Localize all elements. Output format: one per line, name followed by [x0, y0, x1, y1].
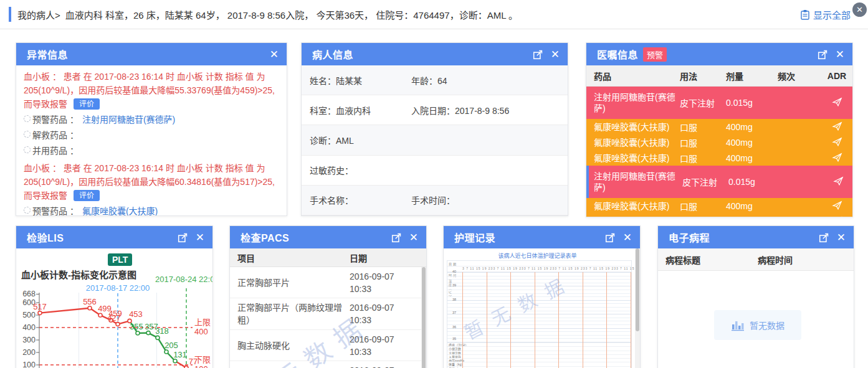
close-icon[interactable]: ✕: [196, 232, 204, 243]
top-bar: 我的病人> 血液内科 科室，26 床，陆某某 64岁， 2017-8-9 8:5…: [0, 0, 868, 29]
clipboard-icon: [800, 9, 810, 20]
order-row[interactable]: 注射用阿糖胞苷(赛德萨)皮下注射0.015g: [586, 87, 852, 119]
nursing-panel-body: 该病人近七日体温护理记录表单 日期 时间 3 7 11 15 19 233 7 …: [444, 248, 640, 368]
order-row[interactable]: 氟康唑胶囊(大扶康)口服400mg: [586, 119, 852, 134]
time-header-row: 时间 3 7 11 15 19 233 7 11 15 19 233 7 11 …: [447, 267, 631, 272]
expand-icon[interactable]: [818, 49, 828, 60]
order-row[interactable]: 注射用阿糖胞苷(赛德萨)皮下注射0.015g: [586, 166, 852, 198]
send-adr-icon[interactable]: [832, 152, 842, 163]
order-dose: 400mg: [726, 153, 778, 163]
patient-field: 姓名：陆某某: [310, 74, 362, 87]
page-close-button[interactable]: ✕: [852, 2, 867, 17]
nursing-bottom-rows: 呼吸（次/分） 小便次数 大便次数 入量毫升 血压mmHg 体重（kg） 身高（…: [447, 342, 631, 368]
svg-text:300: 300: [22, 336, 36, 344]
combined-drug-line: 并用药品 ：: [24, 142, 279, 158]
patient-row: 诊断：AML: [302, 125, 568, 155]
order-drug: 氟康唑胶囊(大扶康): [586, 120, 680, 134]
expand-icon[interactable]: [819, 232, 829, 243]
expand-icon[interactable]: [178, 232, 188, 243]
day-divider: [487, 272, 487, 368]
expand-icon[interactable]: [605, 232, 616, 243]
order-row[interactable]: 氟康唑胶囊(大扶康)口服400mg: [586, 134, 852, 150]
close-icon[interactable]: ✕: [551, 49, 560, 60]
scrollbar-thumb[interactable]: [422, 267, 426, 368]
col-usage: 用法: [680, 70, 726, 82]
breadcrumb[interactable]: 我的病人>: [17, 8, 60, 21]
alert-message: 血小板 ： 患者 在 2017-08-23 16:14 时 血小板 计数 指标 …: [24, 163, 275, 201]
temp-tick: 36: [447, 325, 456, 329]
svg-text:400: 400: [22, 323, 36, 332]
accent-bar: [9, 7, 11, 22]
evaluate-button[interactable]: 评价: [74, 190, 100, 201]
nursing-chart-title: 该病人近七日体温护理记录表单: [444, 252, 631, 260]
ehr-table-header: 病程标题 病程时间: [658, 248, 854, 271]
bar-chart-icon: [731, 319, 745, 331]
expand-icon[interactable]: [391, 232, 402, 243]
line-label: 预警药品 ：: [32, 204, 79, 216]
close-icon[interactable]: ✕: [623, 232, 632, 243]
drug-link[interactable]: 注射用阿糖胞苷(赛德萨): [82, 113, 175, 125]
pacs-row[interactable]: 胸主动脉硬化2016-09-07 10:33: [230, 361, 426, 368]
lis-panel-header: 检验LIS ✕: [16, 226, 212, 248]
send-adr-icon[interactable]: [832, 97, 842, 107]
scrollbar[interactable]: [635, 248, 640, 368]
panel-abnormal-info: 异常信息 ✕ 血小板 ： 患者 在 2017-08-23 16:14 时 血小板…: [16, 42, 287, 216]
pacs-row[interactable]: 正常胸部平片2016-09-07 10:33: [230, 267, 426, 298]
order-dose: 0.015g: [728, 177, 780, 187]
evaluate-button[interactable]: 评价: [74, 98, 100, 110]
send-adr-icon[interactable]: [833, 176, 844, 186]
platelet-trend-chart[interactable]: 668600500400300200100上限400下限1002017-08-1…: [16, 276, 212, 368]
svg-text:318: 318: [155, 326, 169, 336]
send-adr-icon[interactable]: [832, 200, 842, 210]
pacs-date: 2016-09-07 10:33: [350, 270, 412, 295]
panel-nursing-record: 护理记录 ✕ 该病人近七日体温护理记录表单 日期 时间 3 7 11: [443, 225, 641, 368]
order-drug: 氟康唑胶囊(大扶康): [586, 199, 680, 213]
order-usage: 口服: [680, 136, 726, 149]
close-icon[interactable]: ✕: [836, 49, 844, 60]
close-icon[interactable]: ✕: [409, 232, 418, 243]
order-usage: 口服: [680, 215, 726, 217]
day-divider: [510, 272, 511, 368]
date-header-row: 日期: [447, 261, 631, 267]
order-drug: 氟康唑胶囊(大扶康): [586, 151, 680, 165]
svg-text:517: 517: [33, 302, 47, 311]
pacs-row[interactable]: 正常胸部平片（两肺纹理增粗）2016-09-07 10:33: [230, 298, 426, 330]
order-row[interactable]: 氟康唑胶囊(大扶康)口服400mg: [586, 150, 852, 166]
drug-link[interactable]: 氟康唑胶囊(大扶康): [82, 204, 158, 216]
temp-tick: 40: [447, 270, 456, 273]
order-dose: 0.015g: [726, 98, 778, 108]
warn-drug-line: 预警药品 ： 注射用阿糖胞苷(赛德萨): [24, 111, 279, 126]
order-row[interactable]: 氟康唑胶囊(大扶康)口服400mg: [586, 214, 852, 217]
scrollbar[interactable]: [421, 267, 426, 368]
order-drug: 注射用阿糖胞苷(赛德萨): [586, 90, 680, 115]
scrollbar-thumb[interactable]: [636, 248, 639, 331]
empty-state: 暂无数据: [714, 310, 801, 340]
pacs-panel-header: 检查PACS ✕: [230, 226, 426, 248]
alert-message: 血小板 ： 患者 在 2017-08-23 16:14 时 血小板 计数 指标 …: [24, 72, 275, 109]
order-drug: 注射用阿糖胞苷(赛德萨): [589, 169, 682, 194]
close-icon[interactable]: ✕: [270, 49, 279, 60]
send-adr-icon[interactable]: [832, 215, 842, 217]
panel-exam-pacs: 检查PACS ✕ 项目 日期 正常胸部平片2016-09-07 10:33正常胸…: [229, 225, 427, 368]
order-row[interactable]: 氟康唑胶囊(大扶康)口服400mg: [586, 198, 852, 214]
pacs-date: 2016-09-07 10:33: [350, 364, 412, 368]
orders-panel-header: 医嘱信息 预警 ✕: [586, 43, 852, 65]
patient-row: 科室：血液内科 入院日期：2017-8-9 8:56: [302, 95, 568, 125]
order-usage: 口服: [680, 121, 726, 133]
send-adr-icon[interactable]: [832, 121, 842, 131]
send-adr-icon[interactable]: [832, 136, 842, 147]
col-item: 项目: [230, 252, 350, 264]
day-divider: [535, 272, 535, 368]
expand-icon[interactable]: [533, 49, 543, 60]
patient-panel-body: 姓名：陆某某 年龄：64 科室：血液内科 入院日期：2017-8-9 8:56 …: [302, 65, 568, 215]
pacs-row[interactable]: 胸主动脉硬化2016-09-07 10:33: [230, 330, 426, 361]
svg-text:500: 500: [22, 311, 36, 319]
show-all-button[interactable]: 显示全部: [800, 0, 851, 29]
spinner-icon: [24, 146, 31, 153]
svg-text:2017-08-17 22:00: 2017-08-17 22:00: [86, 283, 150, 293]
close-icon[interactable]: ✕: [837, 232, 846, 243]
panel-title: 电子病程: [669, 230, 710, 245]
panel-patient-info: 病人信息 ✕ 姓名：陆某某 年龄：64 科室：血液内科 入院日期：2017-8-…: [301, 42, 568, 216]
lis-panel-body: PLT 血小板计数-指标变化示意图 668600500400300200100上…: [16, 248, 212, 368]
patient-row: 手术名称： 手术时间：: [302, 186, 568, 215]
